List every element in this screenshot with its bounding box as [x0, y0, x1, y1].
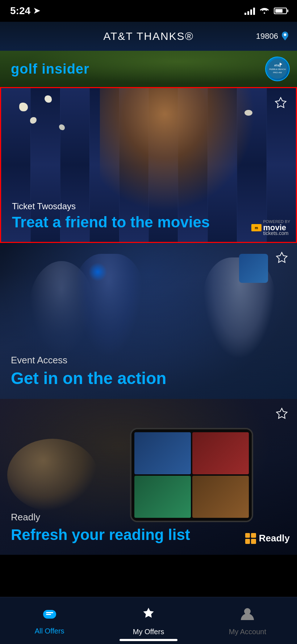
- svg-text:PRO-AM: PRO-AM: [273, 71, 282, 74]
- my-offers-label: My Offers: [133, 628, 164, 636]
- tablet-device: [130, 428, 253, 522]
- readly-square-4: [251, 539, 256, 544]
- popcorn-3: [45, 95, 52, 103]
- my-account-icon: [239, 606, 255, 625]
- time-display: 5:24: [10, 5, 30, 17]
- readly-subtitle: Readly: [11, 512, 190, 523]
- event-access-card[interactable]: Event Access Get in on the action: [0, 243, 297, 399]
- app-title: AT&T THANKS®: [103, 30, 193, 42]
- movietickets-url: tickets.com: [263, 230, 290, 236]
- svg-point-1: [284, 33, 286, 36]
- svg-text:PEBBLE BEACH: PEBBLE BEACH: [269, 68, 286, 70]
- event-favorite-button[interactable]: [274, 250, 290, 268]
- readly-logo-text: Readly: [259, 533, 290, 544]
- app-header: AT&T THANKS® 19806: [0, 22, 297, 51]
- magazine-cover-2: [192, 432, 249, 474]
- my-account-label: My Account: [229, 628, 266, 636]
- event-subtitle: Event Access: [11, 355, 166, 366]
- wifi-icon: [259, 6, 269, 16]
- zip-code: 19806: [256, 32, 278, 41]
- event-title: Get in on the action: [11, 369, 166, 388]
- event-blue-element: [239, 254, 268, 283]
- ticket-title: Treat a friend to the movies: [12, 214, 210, 231]
- event-text-area: Event Access Get in on the action: [11, 355, 166, 388]
- location-arrow-icon: ➤: [33, 6, 40, 16]
- readly-square-2: [251, 533, 256, 538]
- magazine-cover-4: [192, 476, 249, 518]
- readly-title: Refresh your reading list: [11, 526, 190, 544]
- status-time: 5:24 ➤: [10, 5, 40, 17]
- location-badge[interactable]: 19806: [256, 32, 290, 41]
- popcorn-5: [59, 124, 65, 130]
- movietickets-logo: m POWERED BY movie tickets.com: [251, 219, 290, 236]
- bottom-navigation: All Offers My Offers My Account: [0, 597, 297, 644]
- readly-square-3: [245, 539, 250, 544]
- svg-text:m: m: [255, 226, 258, 230]
- svg-rect-11: [46, 612, 53, 613]
- status-bar: 5:24 ➤: [0, 0, 297, 22]
- home-indicator: [120, 639, 177, 641]
- popcorn-1: [19, 103, 28, 111]
- ticket-subtitle: Ticket Twosdays: [12, 201, 210, 211]
- magazine-cover-1: [134, 432, 191, 474]
- golf-banner-title: golf insider: [11, 61, 89, 77]
- nav-my-offers[interactable]: My Offers: [99, 606, 198, 636]
- signal-icon: [244, 7, 255, 15]
- golf-banner[interactable]: golf insider AT&T PEBBLE BEACH PRO-AM: [0, 51, 297, 87]
- battery-icon: [274, 8, 287, 14]
- ticket-text-area: Ticket Twosdays Treat a friend to the mo…: [12, 201, 210, 231]
- location-pin-icon: [280, 32, 290, 41]
- readly-square-1: [245, 533, 250, 538]
- face-paint-effect: [87, 261, 109, 283]
- readly-card[interactable]: Readly Refresh your reading list Readly: [0, 399, 297, 555]
- all-offers-icon: [41, 606, 58, 624]
- popcorn-4: [244, 110, 252, 116]
- nav-my-account[interactable]: My Account: [198, 606, 297, 636]
- all-offers-label: All Offers: [35, 627, 64, 635]
- my-offers-icon: [141, 606, 156, 625]
- movietickets-logo-text: POWERED BY movie tickets.com: [263, 219, 290, 236]
- readly-brand-logo: Readly: [245, 533, 290, 544]
- movietickets-logo-icon: m: [251, 224, 262, 231]
- readly-logo-squares: [245, 533, 256, 544]
- ticket-favorite-button[interactable]: [273, 95, 289, 113]
- status-icons: [244, 6, 287, 16]
- golf-logo-inner: AT&T PEBBLE BEACH PRO-AM: [266, 57, 289, 80]
- person-image: [100, 88, 262, 219]
- ticket-title-text: Treat a friend to the movies: [12, 214, 210, 231]
- ticket-twosdays-card[interactable]: Ticket Twosdays Treat a friend to the mo…: [0, 87, 297, 243]
- nav-all-offers[interactable]: All Offers: [0, 606, 99, 635]
- readly-favorite-button[interactable]: [274, 406, 290, 424]
- svg-rect-12: [46, 614, 51, 615]
- golf-logo: AT&T PEBBLE BEACH PRO-AM: [265, 57, 290, 81]
- readly-text-area: Readly Refresh your reading list: [11, 512, 190, 544]
